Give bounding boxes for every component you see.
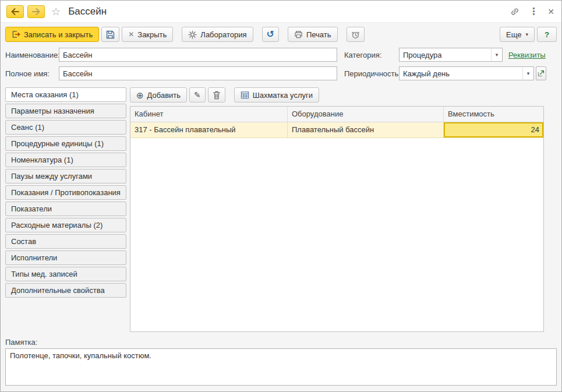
- pencil-icon: ✎: [194, 91, 201, 99]
- titlebar-actions: ⋮ ✕: [510, 7, 554, 16]
- open-arrow-icon: [538, 70, 545, 77]
- sidebar-tab[interactable]: Сеанс (1): [5, 120, 126, 135]
- sidebar-tab[interactable]: Паузы между услугами: [5, 169, 126, 183]
- places-table: КабинетОборудованиеВместимость 317 - Бас…: [130, 106, 544, 332]
- history-icon: ↺: [267, 30, 274, 39]
- history-button[interactable]: ↺: [262, 27, 279, 42]
- circle-plus-icon: ⊕: [136, 91, 144, 100]
- more-label: Еще: [506, 30, 521, 39]
- column-header[interactable]: Кабинет: [130, 107, 288, 122]
- table-cell[interactable]: 317 - Бассейн плавательный: [130, 122, 288, 137]
- window-menu-icon[interactable]: ⋮: [529, 7, 538, 16]
- column-header[interactable]: Оборудование: [288, 107, 444, 122]
- sidebar-tab[interactable]: Процедурные единицы (1): [5, 136, 126, 151]
- sidebar-tab[interactable]: Номенклатура (1): [5, 153, 126, 167]
- help-button[interactable]: ?: [537, 27, 557, 42]
- table-header: КабинетОборудованиеВместимость: [130, 107, 543, 122]
- chess-button[interactable]: Шахматка услуги: [234, 87, 319, 103]
- command-bar: Записать и закрыть ✕ Закрыть Лаборатори: [1, 23, 561, 45]
- open-button[interactable]: [536, 66, 546, 80]
- back-button[interactable]: [6, 5, 24, 18]
- trash-icon: [213, 91, 221, 100]
- category-select[interactable]: Процедура ▾: [399, 48, 503, 62]
- arrow-left-icon: [11, 8, 19, 15]
- laboratory-label: Лаборатория: [200, 30, 246, 39]
- name-row: Наименование: Категория: Процедура ▾ Рек…: [5, 48, 557, 62]
- sidebar-tab[interactable]: Места оказания (1): [5, 87, 126, 102]
- sidebar-tab[interactable]: Типы мед. записей: [5, 267, 126, 281]
- alarm-clock-icon: [351, 30, 360, 39]
- arrow-right-icon: [32, 8, 40, 15]
- save-and-close-button[interactable]: Записать и закрыть: [5, 27, 99, 42]
- save-button[interactable]: [101, 27, 119, 42]
- floppy-icon: [106, 30, 115, 39]
- close-label: Закрыть: [137, 30, 167, 39]
- table-cell[interactable]: 24: [444, 122, 543, 137]
- chevron-down-icon[interactable]: ▾: [491, 48, 502, 61]
- column-header[interactable]: Вместимость: [444, 107, 543, 122]
- window-title: Бассейн: [68, 6, 107, 17]
- app-window: ☆ Бассейн ⋮ ✕ Записать и закрыть: [0, 0, 562, 392]
- sidebar-tab[interactable]: Показания / Противопоказания: [5, 185, 126, 200]
- chevron-down-icon[interactable]: ▾: [522, 67, 533, 80]
- category-label: Категория:: [344, 51, 399, 59]
- close-window-icon[interactable]: ✕: [547, 8, 554, 16]
- table-body[interactable]: 317 - Бассейн плавательныйПлавательный б…: [130, 122, 543, 331]
- sidebar-tab[interactable]: Исполнители: [5, 250, 126, 265]
- sidebar-tab[interactable]: Дополнительные свойства: [5, 283, 126, 298]
- sidebar-tab[interactable]: Показатели: [5, 202, 126, 216]
- sidebar-tabs: Места оказания (1)Параметры назначенияСе…: [5, 87, 126, 332]
- laboratory-button[interactable]: Лаборатория: [182, 27, 253, 42]
- chess-label: Шахматка услуги: [253, 91, 313, 100]
- places-panel: ⊕ Добавить ✎: [130, 87, 544, 332]
- sidebar-tab[interactable]: Состав: [5, 234, 126, 249]
- requisites-link[interactable]: Реквизиты: [508, 51, 546, 59]
- add-label: Добавить: [147, 91, 181, 100]
- periodicity-label: Периодичность:: [344, 69, 399, 78]
- delete-button[interactable]: [208, 87, 225, 103]
- name-input[interactable]: [59, 48, 337, 62]
- favorite-star-icon[interactable]: ☆: [51, 6, 61, 17]
- save-close-icon: [12, 30, 20, 38]
- print-label: Печать: [306, 30, 331, 39]
- titlebar: ☆ Бассейн ⋮ ✕: [1, 1, 561, 23]
- memo-label: Памятка:: [5, 338, 557, 347]
- close-button[interactable]: ✕ Закрыть: [122, 27, 173, 42]
- gear-icon: [188, 30, 197, 39]
- calendar-grid-icon: [241, 91, 249, 99]
- table-cell[interactable]: Плавательный бассейн: [288, 122, 444, 137]
- edit-button[interactable]: ✎: [189, 87, 206, 103]
- name-label: Наименование:: [5, 51, 59, 59]
- sidebar-tab[interactable]: Параметры назначения: [5, 104, 126, 118]
- full-name-label: Полное имя:: [5, 69, 59, 78]
- save-and-close-label: Записать и закрыть: [24, 30, 93, 39]
- more-button[interactable]: Еще ▾: [500, 27, 535, 42]
- category-value: Процедура: [400, 48, 491, 61]
- close-icon: ✕: [128, 31, 134, 38]
- chevron-down-icon: ▾: [526, 31, 529, 37]
- table-row[interactable]: 317 - Бассейн плавательныйПлавательный б…: [130, 122, 543, 138]
- full-name-row: Полное имя: Периодичность: Каждый день ▾: [5, 66, 557, 80]
- forward-button[interactable]: [27, 5, 45, 18]
- reminder-button[interactable]: [347, 27, 365, 42]
- main-area: Места оказания (1)Параметры назначенияСе…: [5, 87, 544, 332]
- sidebar-tab[interactable]: Расходные материалы (2): [5, 218, 126, 232]
- periodicity-select[interactable]: Каждый день ▾: [399, 66, 534, 80]
- printer-icon: [294, 30, 303, 38]
- copy-link-icon[interactable]: [510, 7, 519, 16]
- table-toolbar: ⊕ Добавить ✎: [130, 87, 544, 103]
- memo-textarea[interactable]: Полотенце, тапочки, купальный костюм.: [5, 348, 557, 386]
- print-button[interactable]: Печать: [288, 27, 338, 42]
- add-button[interactable]: ⊕ Добавить: [130, 87, 187, 103]
- periodicity-value: Каждый день: [400, 67, 522, 80]
- full-name-input[interactable]: [59, 66, 337, 80]
